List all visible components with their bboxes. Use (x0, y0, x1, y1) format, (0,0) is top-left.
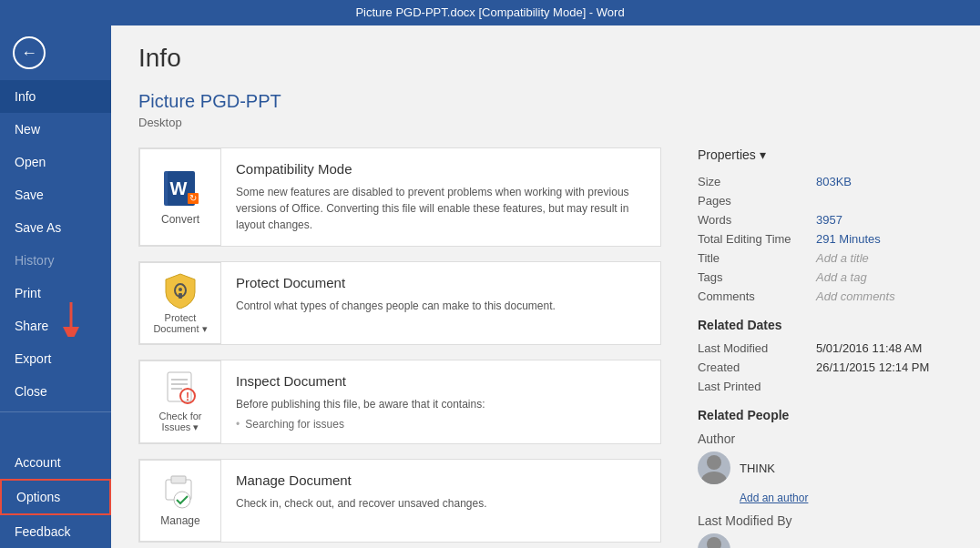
sidebar-item-save[interactable]: Save (0, 178, 111, 211)
prop-tags: Tags Add a tag (698, 270, 953, 284)
prop-words: Words 3957 (698, 213, 953, 227)
inspect-text: Inspect Document Before publishing this … (221, 360, 500, 443)
prop-last-modified: Last Modified 5/01/2016 11:48 AM (698, 341, 953, 355)
avatar (698, 452, 730, 484)
prop-title: Title Add a title (698, 251, 953, 265)
prop-editing-time: Total Editing Time 291 Minutes (698, 232, 953, 246)
related-dates-title: Related Dates (698, 318, 953, 332)
title-bar-text: Picture PGD-PPT.docx [Compatibility Mode… (355, 5, 624, 19)
prop-comments: Comments Add comments (698, 289, 953, 303)
sidebar-item-options[interactable]: Options (0, 479, 111, 515)
red-arrow-icon (62, 300, 80, 337)
svg-rect-16 (171, 476, 186, 483)
inspect-label: Check forIssues ▾ (158, 411, 201, 433)
manage-title: Manage Document (236, 472, 487, 488)
manage-desc: Check in, check out, and recover unsaved… (236, 495, 487, 512)
related-people-title: Related People (698, 408, 953, 422)
sidebar-item-new[interactable]: New (0, 113, 111, 146)
svg-text:W: W (170, 178, 188, 198)
compatibility-desc: Some new features are disabled to preven… (236, 184, 646, 233)
inspect-button[interactable]: ! Check forIssues ▾ (139, 360, 221, 443)
inspect-sub: • Searching for issues (236, 418, 485, 431)
svg-rect-7 (179, 293, 182, 299)
svg-text:↻: ↻ (189, 193, 197, 203)
prop-pages: Pages (698, 194, 953, 208)
protect-label: ProtectDocument ▾ (153, 312, 207, 335)
sidebar: ← Info New Open Save Save As History Pri… (0, 25, 111, 548)
sidebar-item-open[interactable]: Open (0, 146, 111, 178)
add-author-link[interactable]: Add an author (740, 492, 953, 504)
svg-point-18 (707, 455, 721, 470)
sidebar-item-close[interactable]: Close (0, 375, 111, 408)
prop-size: Size 803KB (698, 175, 953, 188)
protect-card: ProtectDocument ▾ Protect Document Contr… (138, 261, 661, 345)
left-panel: W ↻ Convert Compatibility Mode Some new … (138, 147, 661, 548)
word-convert-icon: W ↻ (160, 169, 200, 209)
sidebar-item-save-as[interactable]: Save As (0, 211, 111, 244)
manage-button[interactable]: Manage (139, 460, 221, 542)
properties-header: Properties ▾ (698, 147, 953, 162)
back-circle-icon[interactable]: ← (13, 36, 46, 69)
prop-created: Created 26/11/2015 12:14 PM (698, 360, 953, 374)
shield-icon (164, 272, 197, 309)
sidebar-item-export[interactable]: Export (0, 342, 111, 375)
compatibility-card: W ↻ Convert Compatibility Mode Some new … (138, 147, 661, 247)
manage-label: Manage (160, 514, 199, 527)
doc-location: Desktop (138, 116, 953, 129)
last-modified-avatar-inner (698, 533, 730, 548)
convert-button[interactable]: W ↻ Convert (139, 148, 221, 246)
author-row: THINK (698, 452, 953, 484)
sidebar-item-print[interactable]: Print (0, 277, 111, 310)
sidebar-item-feedback[interactable]: Feedback (0, 515, 111, 548)
manage-card: Manage Manage Document Check in, check o… (138, 459, 661, 543)
main-content: Info Picture PGD-PPT Desktop W ↻ (111, 25, 980, 548)
sidebar-item-info[interactable]: Info (0, 80, 111, 113)
protect-title: Protect Document (236, 275, 556, 290)
manage-text: Manage Document Check in, check out, and… (221, 460, 502, 542)
inspect-card: ! Check forIssues ▾ Inspect Document Bef… (138, 360, 661, 444)
compatibility-title: Compatibility Mode (236, 161, 646, 177)
svg-point-20 (707, 537, 721, 548)
sidebar-item-account[interactable]: Account (0, 446, 111, 479)
inspect-icon: ! (164, 370, 197, 407)
page-title: Info (138, 44, 953, 73)
compatibility-text: Compatibility Mode Some new features are… (221, 148, 660, 246)
title-bar: Picture PGD-PPT.docx [Compatibility Mode… (0, 0, 980, 25)
back-button[interactable]: ← (0, 25, 111, 80)
svg-point-19 (701, 472, 727, 484)
related-dates-table: Last Modified 5/01/2016 11:48 AM Created… (698, 341, 953, 393)
right-panel: Properties ▾ Size 803KB Pages Words 3957 (698, 147, 953, 548)
protect-button[interactable]: ProtectDocument ▾ (139, 262, 221, 344)
last-modified-by-row: Last Modified By (698, 513, 953, 528)
doc-title: Picture PGD-PPT (138, 91, 953, 112)
protect-desc: Control what types of changes people can… (236, 298, 556, 314)
prop-author-label-row: Author (698, 431, 953, 446)
inspect-title: Inspect Document (236, 373, 485, 389)
sidebar-item-history[interactable]: History (0, 244, 111, 277)
avatar-inner (698, 452, 730, 484)
author-name: THINK (740, 462, 775, 475)
properties-table: Size 803KB Pages Words 3957 Total Editin… (698, 175, 953, 303)
convert-label: Convert (161, 213, 199, 226)
last-modified-avatar (698, 533, 730, 548)
svg-point-8 (179, 288, 182, 291)
last-modified-by-avatar-row (698, 533, 953, 548)
svg-text:!: ! (186, 391, 189, 403)
sidebar-divider (0, 411, 111, 412)
prop-last-printed: Last Printed (698, 380, 953, 393)
protect-text: Protect Document Control what types of c… (221, 262, 570, 344)
sidebar-item-share[interactable]: Share (0, 310, 111, 342)
inspect-desc: Before publishing this file, be aware th… (236, 396, 485, 412)
manage-icon (164, 474, 197, 511)
svg-point-17 (174, 492, 190, 508)
